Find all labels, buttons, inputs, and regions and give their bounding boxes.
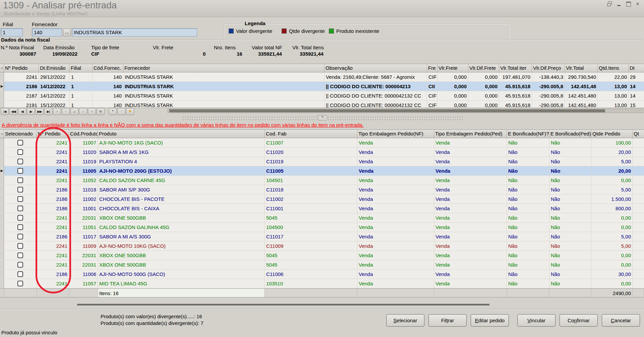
row-checkbox[interactable] xyxy=(17,215,23,221)
orders-col-header-5[interactable]: Observação xyxy=(325,64,427,72)
product-row[interactable]: 224122031XBOX ONE 500GBB5045VendaVendaNã… xyxy=(0,251,644,260)
row-checkbox[interactable] xyxy=(17,187,23,192)
orders-hscrollbar[interactable] xyxy=(168,109,643,113)
product-row[interactable]: 218611001CHOCOLATE BIS - CAIXAC11001Vend… xyxy=(0,204,644,213)
insert-button[interactable]: + xyxy=(53,108,61,115)
confirmar-button[interactable]: Confirmar xyxy=(560,314,598,327)
products-col-header-7[interactable]: E Bonificado(NF)? xyxy=(507,130,549,138)
orders-col-header-13[interactable]: Dt xyxy=(629,64,644,72)
delete-button[interactable]: − xyxy=(62,108,70,115)
products-col-header-8[interactable]: E Bonificado(Ped)? xyxy=(549,130,591,138)
products-col-header-10[interactable]: Qt xyxy=(633,130,644,138)
order-cell: 290.730,540 xyxy=(565,72,598,81)
product-cell: Venda xyxy=(357,270,434,279)
product-row[interactable]: 224111052CALDO SAZON CARNE 45G104501Vend… xyxy=(0,176,644,185)
products-col-header-4[interactable]: Cod. Fab xyxy=(265,130,357,138)
titlebar[interactable]: 1309 - Analisar pré-entrada Distribuição… xyxy=(0,0,644,17)
product-row[interactable]: 224122031XBOX ONE 500GBB5045VendaVendaNã… xyxy=(0,213,644,223)
order-row[interactable]: 218714/12/20221140INDUSTRIAS STARK|| COD… xyxy=(0,91,644,101)
row-checkbox[interactable] xyxy=(17,224,23,230)
grid-options-icon[interactable]: ≡ xyxy=(0,130,4,138)
products-col-header-6[interactable]: Tipo Embalagem Pedido(Ped) xyxy=(434,130,507,138)
orders-col-header-8[interactable]: Vlr.Dif.Frete xyxy=(468,64,499,72)
splitter-collapse-button[interactable]: ^ xyxy=(318,115,327,120)
orders-col-header-4[interactable]: Fornecedor xyxy=(123,64,325,72)
products-col-header-9[interactable]: Qtde Pedido xyxy=(591,130,633,138)
first-button[interactable]: |◀ xyxy=(1,108,9,115)
orders-col-header-7[interactable]: Vlr.Frete xyxy=(437,64,468,72)
row-checkbox[interactable] xyxy=(17,149,23,155)
row-checkbox[interactable] xyxy=(17,243,23,249)
product-row[interactable]: 224111051CALDO SAZON GALINHA 45G104500Ve… xyxy=(0,223,644,232)
filtrar-button[interactable]: Filtrar xyxy=(428,314,467,327)
product-row[interactable]: 218611018SABOR AMI S/P 300GC11018VendaVe… xyxy=(0,185,644,194)
post-button[interactable]: ✓ xyxy=(79,108,87,115)
filter-button[interactable]: ▼ xyxy=(126,108,134,115)
orders-col-header-9[interactable]: Vlr.Total iter xyxy=(499,64,532,72)
row-checkbox[interactable] xyxy=(17,206,23,211)
next-button[interactable]: ▶ xyxy=(27,108,35,115)
products-col-header-5[interactable]: Tipo Embalagem Pedido(NF) xyxy=(357,130,434,138)
scrollbar-thumb[interactable] xyxy=(169,109,605,112)
row-checkbox[interactable] xyxy=(17,196,23,202)
goto-bookmark-button[interactable]: * xyxy=(117,108,125,115)
order-row[interactable]: 219115/12/20221140INDUSTRIAS STARK|| COD… xyxy=(0,101,644,108)
fornecedor-browse-button[interactable]: ... xyxy=(63,29,71,36)
orders-col-header-10[interactable]: Vlr.Dif.Preço xyxy=(532,64,565,72)
fornecedor-name-field[interactable]: INDUSTRIAS STARK xyxy=(72,28,197,37)
fornecedor-input[interactable]: 140 xyxy=(32,28,62,37)
order-row[interactable]: 224129/12/20221140INDUSTRIAS STARKVenda:… xyxy=(0,72,644,82)
product-row[interactable]: 224111019PLAYSTATION 4C11019VendaVendaNã… xyxy=(0,157,644,166)
selecionar-button[interactable]: Selecionar xyxy=(386,314,424,327)
vincular-button[interactable]: Vincular xyxy=(517,314,555,327)
row-checkbox[interactable] xyxy=(17,234,23,239)
orders-col-header-2[interactable]: Filial xyxy=(70,64,93,72)
orders-col-header-6[interactable]: Fre xyxy=(427,64,437,72)
orders-col-header-11[interactable]: Vlr.Total xyxy=(565,64,598,72)
filial-input[interactable]: 1 xyxy=(1,28,23,37)
product-row[interactable]: 218611017SABOR A MI A/S 300GC11017VendaV… xyxy=(0,232,644,241)
row-checkbox[interactable] xyxy=(17,159,23,164)
close-icon[interactable] xyxy=(635,1,641,7)
products-col-header-0[interactable]: Selecionado xyxy=(4,130,37,138)
prior-button[interactable]: ◀ xyxy=(18,108,26,115)
products-hscrollbar[interactable] xyxy=(77,304,489,305)
last-button[interactable]: ▶| xyxy=(44,108,52,115)
orders-col-header-3[interactable]: Cód.Fornec. xyxy=(93,64,123,72)
grid-options-icon[interactable]: ≡ xyxy=(0,64,4,72)
product-row[interactable]: 224111020SABOR A MI A/S 1KGC11020VendaVe… xyxy=(0,148,644,157)
products-col-header-3[interactable]: Produto xyxy=(98,130,265,138)
product-row[interactable]: 224111057MID TEA LIMAO 45G103510VendaVen… xyxy=(0,279,644,288)
orders-col-header-0[interactable]: Nº Pedido xyxy=(4,64,39,72)
row-checkbox[interactable] xyxy=(17,262,23,268)
product-row[interactable]: 218611002CHOCOLATE BIS - PACOTEC11002Ven… xyxy=(0,194,644,204)
products-col-header-1[interactable]: Nº Pedido xyxy=(37,130,69,138)
minimize-icon[interactable] xyxy=(616,1,622,7)
restore-icon[interactable] xyxy=(606,1,612,7)
maximize-icon[interactable] xyxy=(625,1,631,7)
edit-button[interactable]: ▲ xyxy=(70,108,78,115)
row-checkbox[interactable] xyxy=(17,168,23,174)
editar-pedido-button[interactable]: Editar pedido xyxy=(471,314,509,327)
product-row[interactable]: 224122031XBOX ONE 500GBB5045VendaVendaNã… xyxy=(0,260,644,270)
next-page-button[interactable]: ▶▶ xyxy=(36,108,44,115)
prior-page-button[interactable]: ◀◀ xyxy=(9,108,17,115)
row-checkbox[interactable] xyxy=(17,140,23,146)
product-row[interactable]: ▶224111005AJI-NO-MOTO 200G (ESTOJO)C1100… xyxy=(0,166,644,176)
row-checkbox[interactable] xyxy=(17,252,23,258)
product-row[interactable]: 218611006AJI-NO-MOTO 500G (SACO)C11006Ve… xyxy=(0,270,644,279)
orders-col-header-1[interactable]: Dt.Emissão xyxy=(39,64,70,72)
bookmark-button[interactable]: * xyxy=(109,108,117,115)
product-cell: 11007 xyxy=(69,138,98,147)
product-row[interactable]: 224111009AJI-NO-MOTO 10KG (SACO)C11009Ve… xyxy=(0,241,644,251)
row-checkbox[interactable] xyxy=(17,281,23,286)
row-checkbox[interactable] xyxy=(17,271,23,277)
products-col-header-2[interactable]: Cód.Produto xyxy=(69,130,98,138)
refresh-button[interactable]: ↻ xyxy=(97,108,105,115)
row-checkbox[interactable] xyxy=(17,177,23,183)
cancel-button[interactable]: × xyxy=(88,108,96,115)
order-row[interactable]: ▶218614/12/20221140INDUSTRIAS STARK|| CO… xyxy=(0,82,644,91)
product-row[interactable]: 224111007AJI-NO-MOTO 1KG (SACO)C11007Ven… xyxy=(0,138,644,148)
orders-col-header-12[interactable]: Qtd.Itens xyxy=(598,64,629,72)
cancelar-button[interactable]: Cancelar xyxy=(602,314,640,327)
